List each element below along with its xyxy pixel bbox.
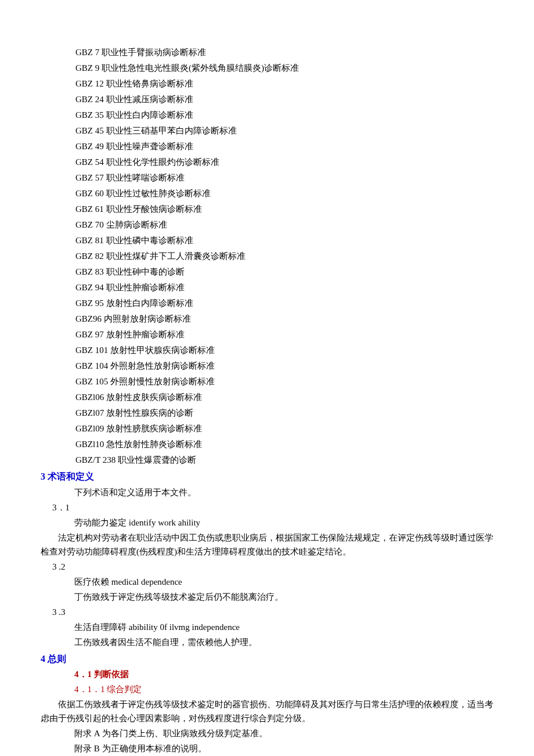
section-4-heading: 4 总则: [41, 651, 493, 667]
gbz-item: GBZ 94 职业性肿瘤诊断标准: [75, 280, 493, 294]
gbz-item: GBZl07 放射性性腺疾病的诊断: [75, 406, 493, 420]
gbz-item: GBZ 35 职业性白内障诊断标准: [75, 108, 493, 122]
gbz-item: GBZ 101 放射性甲状腺疾病诊断标准: [75, 343, 493, 357]
gbz-item: GBZ 7 职业性手臂振动病诊断标准: [75, 45, 493, 59]
gbz-item: GBZ 49 职业性噪声聋诊断标准: [75, 139, 493, 153]
gbz-item: GBZ 82 职业性煤矿井下工人滑囊炎诊断标准: [75, 249, 493, 263]
gbz-item: GBZ96 内照射放射病诊断标准: [75, 312, 493, 326]
gbz-item: GBZ 57 职业性哮喘诊断标准: [75, 171, 493, 185]
section-3-heading: 3 术语和定义: [41, 469, 493, 484]
gbz-item: GBZ 95 放射性白内障诊断标准: [75, 296, 493, 310]
section-4-1-heading: 4．1 判断依据: [41, 667, 493, 681]
gbz-item: GBZ 97 放射性肿瘤诊断标准: [75, 327, 493, 341]
term-title: 医疗依赖 medical dependence: [41, 575, 493, 589]
appendix-a-note: 附求 A 为各门类上伤、职业病致残分级判定基准。: [41, 726, 493, 740]
gbz-item: GBZ 81 职业性磷中毒诊断标准: [75, 233, 493, 247]
gbz-item: GBZl09 放射性膀胱疾病诊断标准: [75, 422, 493, 435]
term-title: 生活自理障碍 abibility 0f ilvmg independence: [41, 620, 493, 634]
terms-block: 3．1劳动能力鉴定 identify work ahility法定机构对劳动者在…: [41, 501, 493, 649]
gbz-item: GBZ 60 职业性过敏性肺炎诊断标准: [75, 186, 493, 200]
term-description: 工伤致残者因生活不能自理，需依赖他人护理。: [41, 635, 493, 649]
gbz-item: GBZ 105 外照射慢性放射病诊断标准: [75, 375, 493, 388]
term-number: 3 .2: [41, 560, 493, 574]
gbz-item: GBZ 12 职业性铬鼻病诊断标准: [75, 77, 493, 91]
section-4-1-1-heading: 4．1．1 综合判定: [41, 682, 493, 696]
gbz-item: GBZ 24 职业性减压病诊断标准: [75, 92, 493, 106]
term-description: 丁伤致残于评定伤残等级技术鉴定后仍不能脱离治疗。: [41, 590, 493, 604]
appendix-b-note: 附录 B 为正确使用本标准的说明。: [41, 741, 493, 755]
para-4-1-1: 依据工伤致残者于评定伤残等级技术鉴定时的器官损伤、功能障碍及其对医疗与日常生活护…: [41, 697, 493, 725]
term-number: 3 .3: [41, 605, 493, 619]
term-number: 3．1: [41, 501, 493, 514]
gbz-item: GBZ 9 职业性急性电光性眼炎(紫外线角膜结膜炎)诊断标准: [75, 61, 493, 75]
document-page: GBZ 7 职业性手臂振动病诊断标准GBZ 9 职业性急性电光性眼炎(紫外线角膜…: [0, 0, 534, 756]
gbz-item: GBZ 104 外照射急性放射病诊断标准: [75, 359, 493, 373]
gbz-item: GBZ 61 职业性牙酸蚀病诊断标准: [75, 202, 493, 216]
gbz-item: GBZ 45 职业性三硝基甲苯白内障诊断标准: [75, 124, 493, 138]
section-3-intro: 下列术语和定义适用于本文件。: [41, 485, 493, 499]
gbz-item: GBZl10 急性放射性肺炎诊断标准: [75, 437, 493, 451]
term-title: 劳动能力鉴定 identify work ahility: [41, 516, 493, 530]
term-description: 法定机构对劳动者在职业活动中因工负伤或患职业病后，根据国家工伤保险法规规定，在评…: [41, 531, 493, 559]
gbz-item: GBZl06 放射性皮肤疾病诊断标准: [75, 390, 493, 404]
gbz-item: GBZ 54 职业性化学性眼灼伤诊断标准: [75, 155, 493, 169]
gbz-standards-list: GBZ 7 职业性手臂振动病诊断标准GBZ 9 职业性急性电光性眼炎(紫外线角膜…: [41, 45, 493, 467]
gbz-item: GBZ 83 职业性砷中毒的诊断: [75, 265, 493, 279]
gbz-item: GBZ 70 尘肺病诊断标准: [75, 218, 493, 232]
gbz-item: GBZ/T 238 职业性爆震聋的诊断: [75, 453, 493, 467]
